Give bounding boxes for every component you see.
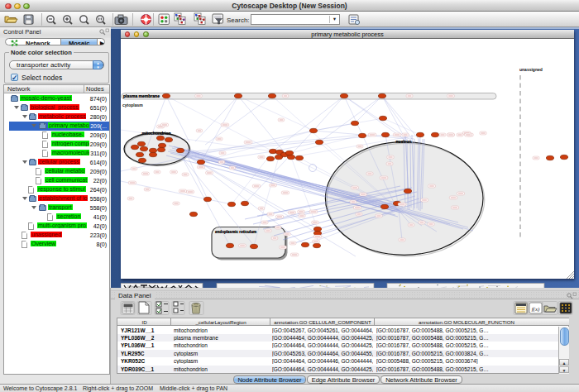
svg-text:mitochondrion: mitochondrion xyxy=(142,131,171,136)
svg-text:nucleus: nucleus xyxy=(396,139,412,144)
svg-text:plasma membrane: plasma membrane xyxy=(123,93,160,98)
svg-text:endoplasmic reticulum: endoplasmic reticulum xyxy=(215,230,256,234)
svg-text:f(x): f(x) xyxy=(532,306,540,313)
svg-text:unassigned: unassigned xyxy=(519,67,543,72)
svg-text:cytoplasm: cytoplasm xyxy=(122,103,143,108)
